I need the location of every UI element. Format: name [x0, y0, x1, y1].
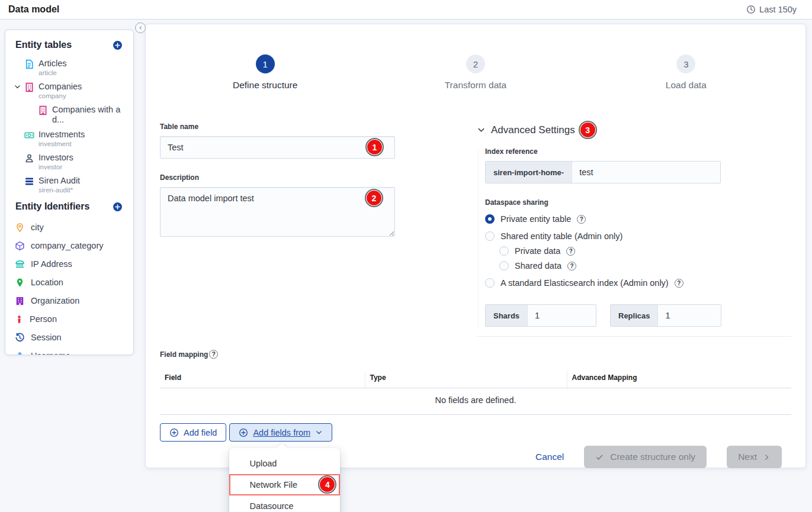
shards-input[interactable]: [528, 305, 596, 326]
help-icon[interactable]: ?: [577, 215, 586, 224]
radio-button[interactable]: [485, 231, 495, 241]
collapse-sidebar-button[interactable]: [135, 22, 146, 33]
radio-shared-data[interactable]: Shared data ?: [499, 261, 791, 271]
table-label: Companies with a d...: [52, 105, 129, 125]
sidebar-item-username[interactable]: Username: [5, 347, 133, 355]
identifier-label: Organization: [31, 296, 79, 306]
sidebar-item-companies[interactable]: Companies company: [5, 79, 133, 102]
identifier-label: Person: [30, 314, 57, 324]
sidebar-item-siren-audit[interactable]: Siren Audit siren-audit*: [5, 173, 133, 197]
step-label: Define structure: [160, 80, 370, 91]
entity-tables-heading: Entity tables: [5, 36, 133, 54]
menu-item-upload[interactable]: Upload: [229, 453, 340, 474]
banknote-icon: [24, 130, 34, 140]
radio-private-entity-table[interactable]: Private entity table ?: [485, 214, 791, 224]
column-header-field: Field: [160, 371, 365, 388]
wizard-stepper: 1 Define structure 2 Transform data 3 Lo…: [160, 24, 791, 91]
identifier-label: Username: [31, 351, 70, 355]
sidebar-item-person[interactable]: Person: [5, 310, 133, 329]
pin-filled-icon: [15, 278, 25, 288]
menu-item-network-file[interactable]: Network File 4: [229, 474, 340, 495]
shards-label: Shards: [486, 305, 528, 326]
radio-button[interactable]: [499, 246, 509, 256]
step-label: Transform data: [370, 80, 580, 91]
sidebar-item-city[interactable]: city: [5, 218, 133, 237]
advanced-settings-toggle[interactable]: Advanced Settings 3: [477, 123, 791, 137]
sidebar-item-session[interactable]: Session: [5, 329, 133, 347]
sidebar-item-investors[interactable]: Investors investor: [5, 150, 133, 173]
sidebar-item-company-category[interactable]: company_category: [5, 237, 133, 255]
identifier-label: Location: [31, 278, 63, 288]
annotation-badge-1: 1: [367, 140, 382, 154]
radio-label: Private entity table: [500, 214, 571, 224]
add-entity-table-button[interactable]: [113, 40, 123, 50]
help-icon[interactable]: ?: [675, 279, 683, 288]
check-icon: [595, 453, 604, 462]
table-label: Companies: [38, 82, 82, 92]
building-icon: [24, 82, 34, 92]
index-reference-input[interactable]: [572, 162, 720, 183]
radio-button-selected[interactable]: [485, 214, 495, 224]
table-name-input[interactable]: [160, 136, 395, 159]
sidebar-item-articles[interactable]: Articles article: [5, 56, 133, 79]
chevron-down-icon: [315, 429, 323, 436]
description-textarea[interactable]: Data model import test: [160, 187, 395, 237]
bars-icon: [24, 176, 34, 186]
menu-item-datasource[interactable]: Datasource: [229, 495, 340, 512]
time-filter[interactable]: Last 150y: [746, 5, 797, 14]
next-button[interactable]: Next: [727, 446, 782, 468]
entity-identifiers-heading-label: Entity Identifiers: [15, 201, 89, 212]
identifier-label: company_category: [31, 241, 104, 251]
radio-button[interactable]: [499, 261, 509, 271]
step-number: 2: [466, 54, 485, 73]
help-icon[interactable]: ?: [566, 247, 575, 256]
radio-standard-es-index[interactable]: A standard Elasticsearch index (Admin on…: [485, 278, 791, 288]
main-panel: 1 Define structure 2 Transform data 3 Lo…: [145, 24, 806, 468]
sidebar-item-companies-child[interactable]: Companies with a d...: [5, 102, 133, 127]
person-filled-icon: [15, 351, 25, 355]
sidebar-item-location[interactable]: Location: [5, 273, 133, 292]
sidebar-item-investments[interactable]: Investments investment: [5, 127, 133, 150]
cancel-button[interactable]: Cancel: [535, 452, 564, 462]
table-sublabel: company: [38, 92, 82, 100]
radio-private-data[interactable]: Private data ?: [499, 246, 791, 256]
dataspace-sharing-label: Dataspace sharing: [485, 198, 791, 207]
building-icon: [38, 105, 48, 115]
radio-label: Shared data: [515, 261, 561, 271]
table-sublabel: investment: [38, 140, 85, 148]
time-filter-label: Last 150y: [759, 5, 797, 14]
circle-plus-icon: [239, 428, 248, 437]
cube-icon: [15, 241, 25, 251]
chevron-down-icon[interactable]: [14, 82, 24, 91]
history-icon: [15, 333, 25, 343]
replicas-label: Replicas: [611, 305, 658, 326]
create-structure-only-button[interactable]: Create structure only: [584, 446, 707, 468]
chevron-right-icon: [763, 453, 771, 461]
shards-group: Shards: [485, 304, 596, 327]
entity-identifiers-heading: Entity Identifiers: [5, 198, 133, 215]
step-load-data[interactable]: 3 Load data: [581, 54, 791, 91]
step-transform-data[interactable]: 2 Transform data: [370, 54, 580, 91]
radio-label: Private data: [515, 246, 560, 256]
replicas-input[interactable]: [658, 305, 721, 326]
index-reference-label: Index reference: [485, 147, 791, 156]
sidebar-item-ip-address[interactable]: IP Address: [5, 255, 133, 273]
radio-shared-entity-table[interactable]: Shared entity table (Admin only): [485, 231, 791, 241]
sidebar-item-organization[interactable]: Organization: [5, 292, 133, 310]
help-icon[interactable]: ?: [567, 262, 576, 271]
step-define-structure[interactable]: 1 Define structure: [160, 54, 370, 91]
entity-tables-heading-label: Entity tables: [15, 40, 72, 50]
radio-button[interactable]: [485, 278, 495, 288]
index-reference-group: siren-import-home-: [485, 161, 721, 183]
field-mapping-section: Field mapping ? Field Type Advanced Mapp…: [160, 350, 791, 442]
advanced-settings-title: Advanced Settings: [491, 124, 575, 136]
person-outline-icon: [24, 153, 34, 163]
clock-icon: [746, 5, 756, 14]
entity-identifiers-list: city company_category IP Address Locatio…: [5, 215, 133, 355]
field-mapping-label: Field mapping ?: [160, 350, 791, 359]
add-entity-identifier-button[interactable]: [113, 202, 123, 212]
add-field-button[interactable]: Add field: [160, 423, 226, 442]
table-label: Investors: [38, 153, 73, 163]
add-fields-from-button[interactable]: Add fields from: [229, 423, 332, 442]
help-icon[interactable]: ?: [209, 350, 218, 359]
